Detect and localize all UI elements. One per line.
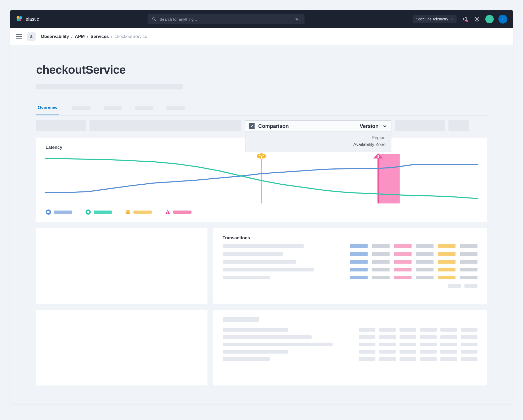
legend-item[interactable]	[46, 209, 72, 215]
svg-point-28	[167, 213, 168, 214]
crumb-apm[interactable]: APM	[75, 34, 85, 39]
table-row	[223, 343, 477, 346]
table-row[interactable]	[223, 252, 477, 256]
table-row	[223, 357, 477, 361]
cell-placeholder	[440, 328, 457, 332]
table-row	[223, 350, 477, 354]
tx-cell-placeholder	[416, 252, 434, 256]
tx-name-placeholder	[223, 244, 304, 248]
tx-cell-placeholder	[350, 268, 368, 271]
cell-placeholder	[359, 350, 375, 354]
svg-point-23	[87, 211, 89, 213]
workspace-switcher[interactable]: SpecOps Telemetry	[413, 15, 457, 23]
legend-item[interactable]	[125, 209, 152, 215]
pager-placeholder[interactable]	[464, 284, 477, 288]
add-button[interactable]	[498, 15, 507, 24]
comparison-option-az[interactable]: Availability Zone	[251, 141, 386, 148]
nav-toggle[interactable]	[16, 34, 22, 39]
filter-placeholder[interactable]	[36, 120, 86, 131]
tab-placeholder[interactable]	[135, 106, 153, 110]
tx-cell-placeholder	[394, 268, 412, 271]
tx-cell-placeholder	[372, 244, 390, 248]
cell-placeholder	[400, 343, 416, 346]
left-panel-placeholder	[36, 228, 207, 304]
chevron-down-icon	[450, 18, 453, 21]
left-panel-placeholder	[36, 310, 207, 385]
filter-placeholder[interactable]	[395, 120, 445, 131]
cube-icon	[125, 209, 131, 215]
news-icon[interactable]	[461, 15, 469, 23]
plus-icon	[500, 17, 505, 21]
cell-placeholder	[359, 335, 375, 339]
table-row[interactable]	[223, 276, 477, 279]
tx-cell-placeholder	[394, 244, 412, 248]
tx-cell-placeholder	[416, 268, 434, 271]
top-bar: elastic Search for anything... ⌘K SpecOp…	[10, 10, 513, 28]
comparison-label: Comparison	[258, 123, 289, 129]
svg-line-5	[155, 20, 156, 21]
tab-placeholder[interactable]	[72, 106, 91, 110]
table-row[interactable]	[223, 260, 477, 264]
generic-table-panel	[213, 310, 487, 385]
table-row[interactable]	[223, 268, 477, 271]
table-row[interactable]	[223, 244, 477, 248]
svg-point-4	[153, 18, 155, 20]
panel-title-placeholder	[223, 317, 259, 322]
svg-point-3	[17, 19, 19, 21]
legend-swatch	[54, 211, 72, 214]
tab-overview[interactable]: Overview	[36, 105, 59, 115]
filter-placeholder[interactable]	[448, 120, 469, 131]
transactions-title: Transactions	[223, 235, 477, 241]
row-name-placeholder	[223, 343, 333, 346]
row-name-placeholder	[223, 328, 288, 332]
transactions-panel: Transactions	[213, 228, 487, 304]
cell-placeholder	[440, 357, 457, 361]
cell-placeholder	[440, 350, 457, 354]
cell-placeholder	[400, 335, 416, 339]
tx-cell-placeholder	[394, 252, 412, 256]
filter-row: Comparison Version Region Availability Z…	[36, 120, 487, 132]
tx-cell-placeholder	[438, 260, 455, 264]
tx-cell-placeholder	[438, 252, 455, 256]
cell-placeholder	[461, 343, 477, 346]
pager-placeholder[interactable]	[448, 284, 461, 288]
comparison-selector[interactable]: Comparison Version	[245, 120, 391, 132]
global-search[interactable]: Search for anything... ⌘K	[148, 14, 305, 24]
svg-point-20	[47, 211, 49, 213]
tx-name-placeholder	[223, 260, 296, 264]
comparison-dropdown: Region Availability Zone	[245, 132, 391, 152]
cell-placeholder	[359, 357, 375, 361]
cell-placeholder	[359, 343, 375, 346]
cell-placeholder	[440, 335, 457, 339]
tab-placeholder[interactable]	[166, 106, 185, 110]
user-avatar[interactable]: EL	[485, 15, 494, 23]
svg-point-7	[476, 18, 478, 20]
tx-cell-placeholder	[372, 252, 390, 256]
cell-placeholder	[359, 328, 375, 332]
legend-item[interactable]	[85, 209, 112, 215]
chevron-down-icon	[382, 123, 387, 129]
search-icon	[152, 17, 156, 21]
brand-logo[interactable]: elastic	[16, 15, 39, 23]
page-body: checkoutService Overview Comparison Ve	[10, 45, 513, 404]
tx-cell-placeholder	[460, 260, 477, 264]
tx-name-placeholder	[223, 276, 270, 279]
cell-placeholder	[420, 335, 437, 339]
workspace-name: SpecOps Telemetry	[416, 17, 448, 21]
help-icon[interactable]	[473, 15, 481, 23]
crumb-services[interactable]: Services	[91, 34, 109, 39]
tx-cell-placeholder	[416, 260, 434, 264]
row-name-placeholder	[223, 350, 288, 354]
check-icon	[250, 124, 254, 128]
filter-placeholder[interactable]	[89, 120, 241, 131]
svg-point-17	[378, 157, 379, 158]
tx-cell-placeholder	[350, 252, 368, 256]
crumb-observability[interactable]: Observability	[41, 34, 69, 39]
tab-placeholder[interactable]	[104, 106, 122, 110]
comparison-selected: Version	[360, 123, 379, 129]
comparison-checkbox[interactable]	[249, 123, 255, 129]
legend-item[interactable]	[165, 209, 192, 215]
space-badge[interactable]: S	[27, 32, 36, 41]
cell-placeholder	[461, 328, 477, 332]
comparison-option-region[interactable]: Region	[251, 134, 386, 141]
